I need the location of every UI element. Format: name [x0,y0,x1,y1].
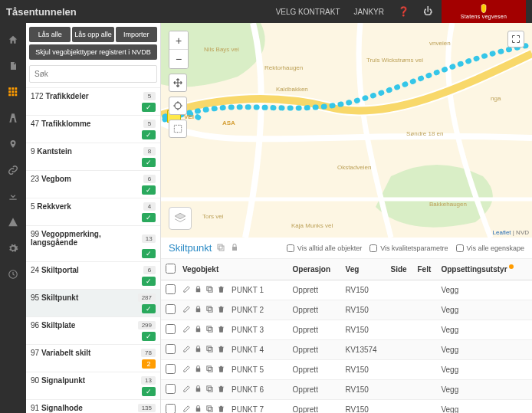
hide-nvdb-button[interactable]: Skjul vegobjekttyper registrert i NVDB [29,44,157,60]
lock-icon[interactable] [194,285,202,295]
table-row[interactable]: PUNKT 1OpprettRV150Vegg [161,280,532,300]
filter-all-objects-checkbox[interactable] [287,244,294,252]
category-list[interactable]: 172 Trafikkdeler5✓47 Trafikklomme5✓9 Kan… [26,87,160,413]
category-item[interactable]: 97 Variabelt skilt782 [26,344,160,372]
edit-icon[interactable] [182,385,191,395]
filter-quality-checkbox[interactable] [369,244,377,252]
row-felt [414,400,438,414]
lock-icon[interactable] [194,385,202,395]
lock-icon[interactable] [194,305,202,315]
link-velg-kontrakt[interactable]: VELG KONTRAKT [276,8,340,16]
pan-target-icon[interactable] [169,74,187,92]
category-item[interactable]: 96 Skiltplate299✓ [26,316,160,344]
lock-icon[interactable] [230,243,239,254]
map-road-label: Bakkehaugen [429,201,467,208]
category-item[interactable]: 99 Vegoppmerking, langsgående13✓ [26,225,160,261]
th-vegobjekt[interactable]: Vegobjekt [179,259,290,280]
category-item[interactable]: 5 Rekkverk4✓ [26,198,160,225]
zoom-out-button[interactable]: − [169,50,188,68]
table-row[interactable]: PUNKT 4OpprettKV13574Vegg [161,340,532,360]
table-row[interactable]: PUNKT 2OpprettRV150Vegg [161,300,532,320]
lock-icon[interactable] [194,325,202,335]
locate-icon[interactable] [169,97,187,115]
row-checkbox[interactable] [166,284,176,294]
th-side[interactable]: Side [388,259,415,280]
row-checkbox[interactable] [166,404,176,413]
th-veg[interactable]: Veg [343,259,388,280]
select-all-checkbox[interactable] [166,264,176,274]
category-item[interactable]: 90 Signalpunkt13✓ [26,372,160,399]
category-item[interactable]: 9 Kantstein8✓ [26,143,160,170]
search-input[interactable] [29,65,157,83]
row-checkbox[interactable] [166,304,176,314]
edit-icon[interactable] [182,325,191,335]
category-item[interactable]: 24 Skiltportal6✓ [26,261,160,289]
copy-icon[interactable] [205,325,214,335]
copy-icon[interactable] [205,365,214,375]
lock-icon[interactable] [194,365,202,375]
copy-icon[interactable] [205,285,214,295]
th-operasjon[interactable]: Operasjon [290,259,343,280]
edit-icon[interactable] [182,285,191,295]
th-oppsetting[interactable]: Oppsettingsutstyr [438,259,532,280]
nav-pin-icon[interactable] [7,138,19,150]
nav-document-icon[interactable] [7,60,19,72]
fullscreen-button[interactable] [507,31,524,48]
category-item[interactable]: 91 Signalhode135✓ [26,399,160,413]
nav-grid-icon[interactable] [7,86,19,98]
filter-all-props-checkbox[interactable] [456,244,464,252]
category-count-badge: 13 [141,376,156,385]
delete-icon[interactable] [217,345,225,355]
nav-download-icon[interactable] [7,190,19,202]
delete-icon[interactable] [217,325,225,335]
help-icon[interactable]: ❓ [398,6,409,17]
zoom-in-button[interactable]: + [169,31,188,50]
nav-gear-icon[interactable] [7,242,19,254]
table-row[interactable]: PUNKT 6OpprettRV150Vegg [161,380,532,400]
row-checkbox[interactable] [166,364,176,374]
row-checkbox[interactable] [166,344,176,354]
copy-icon[interactable] [205,385,214,395]
edit-icon[interactable] [182,365,191,375]
logout-icon[interactable]: ⏻ [423,6,432,17]
lock-icon[interactable] [194,345,202,355]
category-item[interactable]: 23 Vegbom6✓ [26,170,160,198]
row-checkbox[interactable] [166,324,176,334]
nav-home-icon[interactable] [7,34,19,46]
category-item[interactable]: 172 Trafikkdeler5✓ [26,87,160,115]
delete-icon[interactable] [217,365,225,375]
lock-icon[interactable] [194,405,202,413]
delete-icon[interactable] [217,285,225,295]
object-table-container[interactable]: Vegobjekt Operasjon Veg Side Felt Oppset… [161,259,532,413]
copy-icon[interactable] [205,345,214,355]
delete-icon[interactable] [217,305,225,315]
map[interactable]: Nils Bays vei Rektorhaugen Kaldbakken Tr… [161,23,532,238]
table-row[interactable]: PUNKT 3OpprettRV150Vegg [161,320,532,340]
row-checkbox[interactable] [166,384,176,394]
nav-road-icon[interactable] [7,112,19,124]
layers-button[interactable] [169,207,192,230]
draw-icon[interactable] [169,120,187,138]
delete-icon[interactable] [217,405,225,413]
nav-history-icon[interactable] [7,268,19,280]
category-item[interactable]: 95 Skiltpunkt287✓ [26,289,160,316]
edit-icon[interactable] [182,345,191,355]
th-felt[interactable]: Felt [414,259,438,280]
leaflet-link[interactable]: Leaflet [493,229,511,236]
table-row[interactable]: PUNKT 7OpprettRV150Vegg [161,400,532,414]
edit-icon[interactable] [182,405,191,413]
lock-all-button[interactable]: Lås alle [29,27,71,42]
category-item[interactable]: 47 Trafikklomme5✓ [26,115,160,143]
nav-warning-icon[interactable] [7,216,19,228]
delete-icon[interactable] [217,385,225,395]
table-row[interactable]: PUNKT 5OpprettRV150Vegg [161,360,532,380]
unlock-all-button[interactable]: Lås opp alle [72,27,113,42]
link-user[interactable]: JANKYR [354,8,384,16]
import-button[interactable]: Importer [116,27,157,42]
copy-icon[interactable] [216,243,225,254]
edit-icon[interactable] [182,305,191,315]
category-name: 96 Skiltplate [31,321,75,329]
copy-icon[interactable] [205,305,214,315]
copy-icon[interactable] [205,405,214,413]
nav-link-icon[interactable] [7,164,19,176]
